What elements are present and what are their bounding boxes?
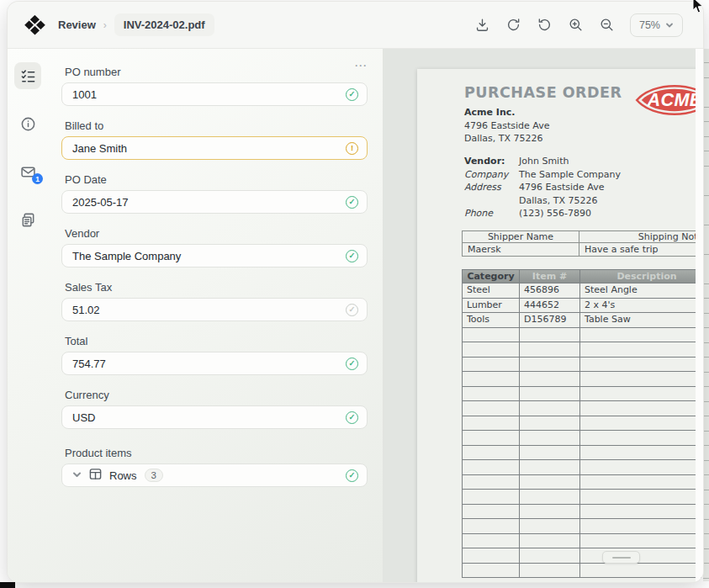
items-table: Category Item # Description Steel 456896… xyxy=(462,269,703,578)
left-panel: 1 ⋯ PO number xyxy=(8,49,384,582)
field-label: PO number xyxy=(65,65,368,80)
valid-check-icon xyxy=(346,196,358,209)
document-title: PURCHASE ORDER xyxy=(464,84,622,101)
viewer-scrollbar-track[interactable] xyxy=(696,49,703,582)
billed-to-input[interactable]: Jane Smith xyxy=(61,136,368,160)
field-label: Billed to xyxy=(65,119,368,134)
table-row-empty xyxy=(462,401,703,416)
rotate-counterclockwise-button[interactable] xyxy=(537,17,553,34)
zoom-level-value: 75% xyxy=(639,19,660,31)
field-label: Sales Tax xyxy=(65,280,368,295)
zoom-out-button[interactable] xyxy=(599,17,616,34)
table-row-empty xyxy=(462,564,703,579)
vendor-input[interactable]: The Sample Company xyxy=(61,244,368,268)
app-window: Review › INV-2024-02.pdf xyxy=(8,2,703,582)
table-row-empty xyxy=(462,372,703,387)
breadcrumb: Review › INV-2024-02.pdf xyxy=(58,13,214,36)
breadcrumb-review-link[interactable]: Review xyxy=(58,19,96,31)
po-date-input[interactable]: 2025-05-17 xyxy=(61,190,368,214)
rows-label: Rows xyxy=(109,469,137,482)
table-row-empty xyxy=(462,475,703,490)
field-product-items: Product items Rows 3 xyxy=(61,446,368,487)
po-number-input[interactable]: 1001 xyxy=(61,82,368,106)
product-items-row[interactable]: Rows 3 xyxy=(61,464,368,487)
items-table-empty-rows xyxy=(462,328,703,579)
vendor-block: Vendor:John Smith CompanyThe Sample Comp… xyxy=(464,155,621,220)
table-row-empty xyxy=(462,534,703,549)
scroll-handle[interactable] xyxy=(602,551,640,564)
screen: Review › INV-2024-02.pdf xyxy=(0,0,709,588)
zoom-in-button[interactable] xyxy=(568,17,585,34)
rotate-clockwise-button[interactable] xyxy=(505,17,522,34)
field-currency: Currency USD xyxy=(61,388,368,429)
valid-check-icon xyxy=(346,411,358,424)
table-row-empty xyxy=(462,328,703,343)
field-label: Total xyxy=(65,334,368,349)
table-row-empty xyxy=(462,416,703,432)
valid-check-icon xyxy=(346,358,358,370)
sidebar-item-info[interactable] xyxy=(14,110,41,137)
pdf-page: PURCHASE ORDER ACME Acme Inc. 4796 Easts… xyxy=(417,69,703,582)
table-row: Tools D156789 Table Saw xyxy=(462,313,703,328)
field-billed-to: Billed to Jane Smith xyxy=(61,119,368,160)
sidebar-item-fields[interactable] xyxy=(14,62,41,89)
icon-rail: 1 xyxy=(8,49,48,582)
total-input[interactable]: 754.77 xyxy=(61,352,368,375)
sidebar-item-pages[interactable] xyxy=(14,206,41,233)
table-row-empty xyxy=(462,460,703,475)
list-checks-icon xyxy=(20,68,36,84)
viewer-toolbar: 75% xyxy=(474,13,683,37)
field-vendor: Vendor The Sample Company xyxy=(61,226,368,268)
table-row: Lumber 444652 2 x 4's xyxy=(462,299,703,314)
field-total: Total 754.77 xyxy=(61,334,368,375)
table-row-empty xyxy=(462,519,703,534)
rows-count-badge: 3 xyxy=(145,469,163,482)
company-block: Acme Inc. 4796 Eastside Ave Dallas, TX 7… xyxy=(464,106,549,146)
field-label: Product items xyxy=(65,446,368,461)
valid-check-icon xyxy=(346,469,358,482)
mouse-cursor xyxy=(692,0,704,14)
pdf-viewer[interactable]: PURCHASE ORDER ACME Acme Inc. 4796 Easts… xyxy=(384,49,703,582)
field-menu-button[interactable]: ⋯ xyxy=(354,59,368,72)
table-row-empty xyxy=(462,358,703,373)
muted-check-icon xyxy=(346,304,358,316)
field-label: Vendor xyxy=(65,226,368,241)
extraction-form: ⋯ PO number 1001 Billed to Jane Smith xyxy=(48,49,383,582)
field-po-date: PO Date 2025-05-17 xyxy=(61,172,368,214)
desktop-corner xyxy=(0,582,15,588)
field-po-number: PO number 1001 xyxy=(61,65,368,106)
field-label: PO Date xyxy=(65,172,368,188)
pages-icon xyxy=(20,212,36,228)
breadcrumb-chevron-icon: › xyxy=(103,19,107,31)
sidebar-item-mail[interactable]: 1 xyxy=(14,158,41,185)
chevron-down-icon xyxy=(665,21,674,29)
valid-check-icon xyxy=(346,250,358,262)
mail-badge: 1 xyxy=(32,173,43,184)
chevron-down-icon[interactable] xyxy=(72,468,82,483)
download-button[interactable] xyxy=(474,17,491,34)
sales-tax-input[interactable]: 51.02 xyxy=(61,298,368,321)
top-bar: Review › INV-2024-02.pdf xyxy=(8,2,703,49)
field-label: Currency xyxy=(65,388,368,403)
svg-text:ACME: ACME xyxy=(646,89,701,110)
shipper-table: Shipper Name Shipping Notes Maersk Have … xyxy=(462,230,703,257)
table-row-empty xyxy=(462,505,703,520)
currency-input[interactable]: USD xyxy=(61,405,368,429)
acme-logo: ACME xyxy=(634,76,703,124)
valid-check-icon xyxy=(346,88,358,101)
table-row-empty xyxy=(462,446,703,461)
table-row: Steel 456896 Steel Angle xyxy=(462,283,703,299)
table-icon xyxy=(89,468,102,484)
breadcrumb-file-name[interactable]: INV-2024-02.pdf xyxy=(114,13,214,36)
table-row-empty xyxy=(462,548,703,564)
zoom-level-dropdown[interactable]: 75% xyxy=(630,13,683,37)
info-icon xyxy=(20,116,36,132)
table-row-empty xyxy=(462,342,703,358)
app-logo-icon xyxy=(24,14,46,35)
table-row-empty xyxy=(462,387,703,402)
background-document-peek xyxy=(703,49,709,581)
table-row-empty xyxy=(462,431,703,446)
warning-icon xyxy=(346,142,358,155)
table-row-empty xyxy=(462,490,703,505)
field-sales-tax: Sales Tax 51.02 xyxy=(61,280,368,321)
